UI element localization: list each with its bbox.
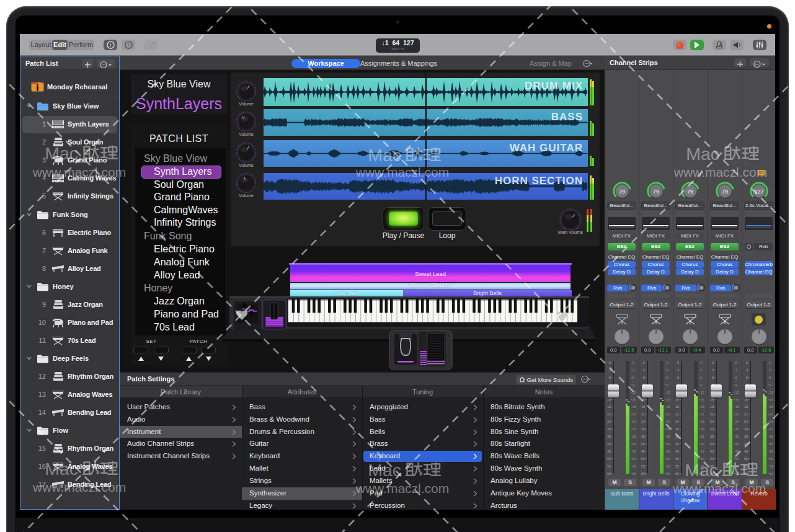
svg-text:79: 79 bbox=[652, 188, 659, 195]
svg-text:79: 79 bbox=[686, 188, 693, 195]
svg-text:79: 79 bbox=[618, 188, 624, 195]
svg-text:?: ? bbox=[127, 42, 130, 48]
svg-text:79: 79 bbox=[721, 188, 727, 195]
svg-text:i: i bbox=[110, 42, 111, 48]
svg-text:127: 127 bbox=[754, 188, 763, 195]
